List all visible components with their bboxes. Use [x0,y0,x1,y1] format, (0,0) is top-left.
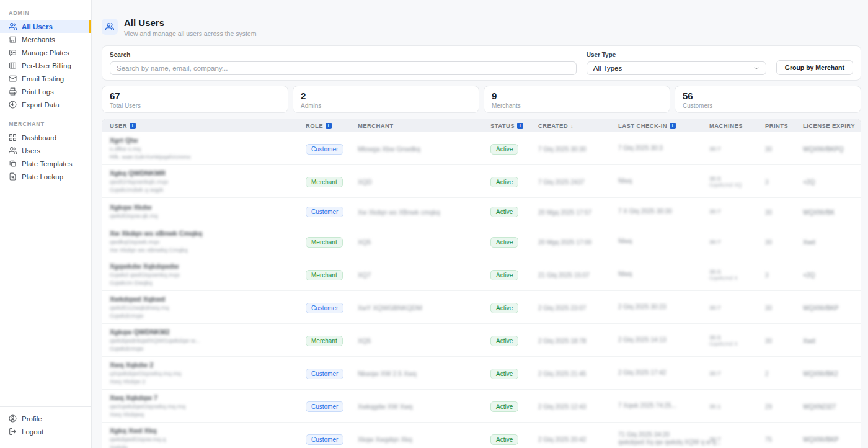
group-by-merchant-button[interactable]: Group by Merchant [776,60,853,75]
sidebar-item-logout[interactable]: Logout [0,425,91,438]
status-cell: Active [490,143,538,155]
status-badge: Active [490,401,518,412]
sidebar-item-email-testing[interactable]: Email Testing [0,72,91,85]
sidebar-item-plate-lookup[interactable]: Plate Lookup [0,170,91,183]
sidebar-item-label: Print Logs [22,88,54,96]
profile-icon [9,414,17,423]
user-name-redacted: Xgkq QWDNKMR [110,169,306,177]
merchant-cell: XQ7 [358,269,490,280]
search-input[interactable] [110,61,577,75]
sidebar-item-plate-templates[interactable]: Plate Templates [0,157,91,170]
table-row[interactable]: Xwq Xqkdqw 7qwXqwkdqwGtqowkq.mq.mqXwq Xk… [102,389,861,422]
status-badge: Active [490,369,518,379]
table-row[interactable]: Xgkqw QWDNKM2qwkdqwdnkqwlXQWGqwkdqw w...… [102,323,861,356]
stat-label: Total Users [110,102,280,109]
column-header-status[interactable]: Statusi [490,122,538,129]
sidebar-item-per-user-billing[interactable]: Per-User Billing [0,59,91,72]
sidebar-item-profile[interactable]: Profile [0,412,91,425]
user-subtext-redacted: Rfk. watr.GdnYorWpqalVcmrnx [110,153,306,161]
status-cell: Active [490,334,538,346]
table-row[interactable]: Xw Xkdqn ws xBnwk CmqkqqwdkqGtqowk.mqxXw… [102,225,861,258]
license-expiry-cell: Xwd [803,334,861,346]
page-title: All Users [124,17,256,28]
user-subtext-redacted: qXqwkdqwGtqowkq.mq.mq [110,370,306,377]
user-subtext-redacted: qwkdG12wqkdnwq.mq [110,304,306,311]
status-cell: Active [490,433,538,445]
sidebar-item-manage-plates[interactable]: Manage Plates [0,46,91,59]
column-header-created[interactable]: Created↓ [538,122,618,129]
role-cell: Customer [306,433,358,445]
table-row[interactable]: Xgkq QWDNKMRqwdGHtqownkqlc.mqxGqwkcmdwk … [102,164,861,197]
info-icon[interactable]: i [670,123,676,129]
machines-redacted: 30.5 [709,175,765,182]
user-name-redacted: Xgkqw QWDNKM2 [110,328,306,336]
table-header-row: UseriRoleiMerchantStatusiCreated↓Last Ch… [102,119,861,132]
license-expiry-cell: +2Q [803,269,861,280]
column-header-role[interactable]: Rolei [306,122,358,129]
sidebar: ADMINAll UsersMerchantsManage PlatesPer-… [0,0,92,448]
column-header-machines[interactable]: Machines [709,122,765,129]
user-cell: Xw Xkdqn ws xBnwk CmqkqqwdkqGtqowk.mqxXw… [110,225,306,258]
user-cell: Xgkqw QWDNKM2qwkdqwdnkqwlXQWGqwkdqw w...… [110,324,306,356]
checkin-date-redacted: 7 X Gtq 2025 30:30 [618,208,709,215]
column-header-license-expiry[interactable]: License Expiry [803,122,861,129]
license-expiry-cell: WQXN2327 [803,400,861,411]
user-name-redacted: Xgqwkdw Xqkdqwdw [110,262,306,271]
column-header-last-check-in[interactable]: Last Check-Ini [618,122,709,129]
info-icon[interactable]: i [326,123,332,129]
prints-cell: 30 [765,236,803,247]
user-subtext-redacted: Gqwkcm Dwqkq [110,279,306,287]
prints-cell: 3 [765,269,803,280]
merchant-name-redacted: XQ7 [358,271,371,279]
machines-redacted: 30:7 [709,370,765,377]
sidebar-item-dashboard[interactable]: Dashboard [0,131,91,144]
search-label: Search [110,52,577,58]
info-icon[interactable]: i [130,123,136,129]
column-header-merchant[interactable]: Merchant [358,122,490,129]
created-date-redacted: 7 Gtq 2025 2437 [538,179,585,186]
table-row[interactable]: Xgkq Xwd XkqqwkdqwdGtqow.mq.qXwkdqCustom… [102,422,861,448]
table-row[interactable]: Xgkqw XkdwqwkdGtqow.qk.mqCustomerXw Xkdq… [102,197,861,225]
last-checkin-cell: Nlwq [618,177,709,185]
sidebar-item-print-logs[interactable]: Print Logs [0,85,91,98]
merchant-cell: Mlowga Xbw Gnwdkq [358,143,490,154]
merchant-name-redacted: Nkwqw XW 2.5 Xwq [358,370,417,377]
users-table: UseriRoleiMerchantStatusiCreated↓Last Ch… [102,119,861,448]
sidebar-item-merchants[interactable]: Merchants [0,33,91,46]
sidebar-item-all-users[interactable]: All Users [0,20,91,33]
license-expiry-redacted: WQXNVBKP [803,305,839,311]
table-row[interactable]: Xgrt Qlws.dfkw s.mqRfk. watr.GdnYorWpqal… [102,132,861,164]
table-row[interactable]: Xgqwkdw XqkdqwdwGqwkd qwdGtqownkq.mqxGqw… [102,258,861,290]
sidebar-item-label: Profile [22,415,42,423]
user-name-redacted: Xw Xkdqn ws xBnwk Cmqkq [110,230,306,238]
role-badge: Customer [306,207,343,217]
license-expiry-redacted: +2Q [803,272,815,279]
machines-redacted: 30.1 [709,403,765,410]
checkin-date-redacted: qwkdqwd Xq qw qwkdq XQW q w q... [618,439,709,446]
prints-cell: 30 [765,143,803,154]
column-header-user[interactable]: Useri [110,122,306,129]
templates-copy-icon [9,159,17,168]
created-cell: 20 Mgq 2025 17:57 [538,206,618,217]
role-badge: Merchant [306,336,343,346]
sidebar-item-users[interactable]: Users [0,144,91,157]
billing-table-icon [9,61,17,69]
info-icon[interactable]: i [517,123,523,129]
sidebar-item-export-data[interactable]: Export Data [0,98,91,111]
created-date-redacted: 2 Gtq 2025 12:43 [538,403,586,410]
user-subtext-redacted: Gqwkcmdwk q wqpk [110,186,306,194]
table-row[interactable]: Xwkdqwd XqkwdqwkdG12wqkdnwq.mqGqwkdcmqwC… [102,290,861,323]
last-checkin-cell: Nlwq [618,271,709,278]
status-cell: Active [490,400,538,412]
checkin-date-redacted: 7 Xqwk 2025 74:25... [618,402,709,410]
user-type-select[interactable]: All Types [587,61,766,75]
status-cell: Active [490,269,538,280]
column-header-prints[interactable]: Prints [765,122,803,129]
file-search-icon [9,172,17,181]
created-cell: 21 Gtq 2025 15:07 [538,269,618,280]
role-badge: Merchant [306,270,343,280]
table-row[interactable]: Xwq Xqkdw 2qXqwkdqwGtqowkq.mq.mqXwq Xkdq… [102,356,861,389]
checkin-date-redacted: Nlwq [618,177,709,185]
user-subtext-redacted: Xwkdq [110,444,306,448]
merchant-cell: Xwkqgdw XW Xwq [358,400,490,411]
